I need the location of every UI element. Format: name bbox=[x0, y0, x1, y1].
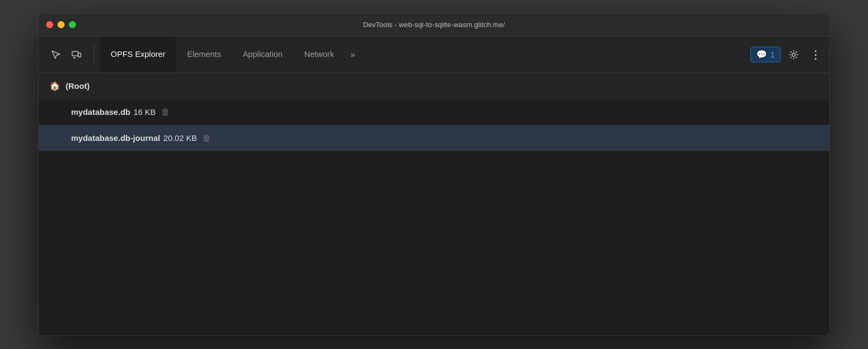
tree-root-row[interactable]: 🏠 (Root) bbox=[39, 73, 829, 99]
list-item[interactable]: mydatabase.db-journal 20.02 KB 🗑 bbox=[39, 125, 829, 151]
window-title: DevTools - web-sql-to-sqlite-wasm.glitch… bbox=[363, 21, 505, 29]
inspect-element-button[interactable] bbox=[47, 46, 65, 63]
notification-icon: 💬 bbox=[756, 49, 767, 60]
tab-network[interactable]: Network bbox=[293, 36, 345, 73]
more-options-button[interactable]: ⋮ bbox=[807, 46, 824, 63]
traffic-lights bbox=[46, 21, 76, 28]
home-icon: 🏠 bbox=[49, 81, 60, 91]
tab-bar: OPFS Explorer Elements Application Netwo… bbox=[100, 36, 748, 73]
file-name-1: mydatabase.db bbox=[71, 107, 130, 117]
file-tree: 🏠 (Root) mydatabase.db 16 KB 🗑 mydatabas… bbox=[39, 73, 829, 151]
more-options-icon: ⋮ bbox=[810, 48, 821, 61]
notification-count: 1 bbox=[770, 50, 775, 59]
devtools-window: DevTools - web-sql-to-sqlite-wasm.glitch… bbox=[38, 13, 830, 336]
device-emulation-button[interactable] bbox=[68, 46, 85, 63]
toolbar-divider bbox=[94, 45, 94, 64]
toolbar: OPFS Explorer Elements Application Netwo… bbox=[39, 36, 829, 73]
file-size-1: 16 KB bbox=[133, 107, 156, 117]
file-name-2: mydatabase.db-journal bbox=[71, 133, 160, 143]
list-item[interactable]: mydatabase.db 16 KB 🗑 bbox=[39, 99, 829, 125]
svg-point-4 bbox=[792, 53, 795, 56]
tab-elements[interactable]: Elements bbox=[176, 36, 232, 73]
notifications-badge-button[interactable]: 💬 1 bbox=[750, 47, 781, 62]
close-button[interactable] bbox=[46, 21, 53, 28]
tab-opfs-explorer[interactable]: OPFS Explorer bbox=[100, 36, 176, 73]
titlebar: DevTools - web-sql-to-sqlite-wasm.glitch… bbox=[39, 14, 829, 36]
minimize-button[interactable] bbox=[58, 21, 65, 28]
maximize-button[interactable] bbox=[69, 21, 76, 28]
content-area: 🏠 (Root) mydatabase.db 16 KB 🗑 mydatabas… bbox=[39, 73, 829, 335]
file-size-2: 20.02 KB bbox=[163, 133, 197, 143]
delete-icon-2[interactable]: 🗑 bbox=[202, 133, 211, 143]
tab-application[interactable]: Application bbox=[232, 36, 293, 73]
empty-content-area bbox=[39, 151, 829, 335]
toolbar-icons bbox=[44, 46, 88, 63]
settings-button[interactable] bbox=[785, 46, 802, 63]
toolbar-right: 💬 1 ⋮ bbox=[750, 46, 824, 63]
more-tabs-button[interactable]: » bbox=[345, 50, 361, 60]
delete-icon-1[interactable]: 🗑 bbox=[161, 107, 170, 117]
svg-rect-0 bbox=[72, 51, 78, 56]
svg-rect-1 bbox=[78, 53, 81, 57]
root-label: (Root) bbox=[66, 81, 90, 91]
